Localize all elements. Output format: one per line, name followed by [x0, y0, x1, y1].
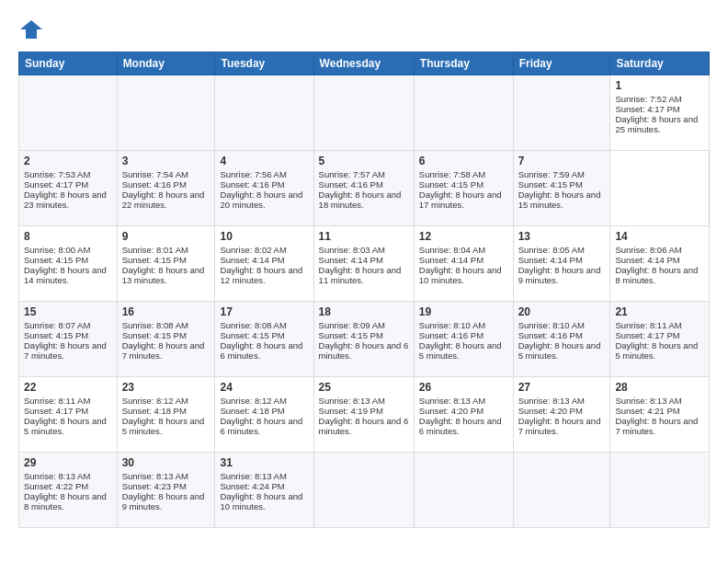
calendar-header-friday: Friday [513, 52, 610, 75]
sunrise: Sunrise: 8:06 AM [615, 245, 681, 255]
empty-cell [215, 75, 313, 151]
daylight: Daylight: 8 hours and 10 minutes. [220, 491, 302, 511]
daylight: Daylight: 8 hours and 15 minutes. [518, 190, 601, 210]
sunrise: Sunrise: 8:12 AM [220, 396, 286, 406]
day-number: 26 [419, 381, 508, 394]
daylight: Daylight: 8 hours and 5 minutes. [122, 416, 205, 436]
calendar-week-1: 1Sunrise: 7:52 AMSunset: 4:17 PMDaylight… [19, 75, 710, 151]
daylight: Daylight: 8 hours and 9 minutes. [518, 265, 601, 285]
calendar-cell-day-19: 19Sunrise: 8:10 AMSunset: 4:16 PMDayligh… [414, 302, 513, 377]
calendar-header-wednesday: Wednesday [313, 52, 414, 75]
daylight: Daylight: 8 hours and 11 minutes. [319, 265, 402, 285]
calendar-week-2: 2Sunrise: 7:53 AMSunset: 4:17 PMDaylight… [19, 151, 710, 226]
sunset: Sunset: 4:20 PM [419, 406, 483, 416]
calendar-table: SundayMondayTuesdayWednesdayThursdayFrid… [18, 52, 710, 528]
calendar-header-row: SundayMondayTuesdayWednesdayThursdayFrid… [19, 52, 710, 75]
calendar-cell-day-26: 26Sunrise: 8:13 AMSunset: 4:20 PMDayligh… [414, 377, 513, 453]
calendar-cell-day-18: 18Sunrise: 8:09 AMSunset: 4:15 PMDayligh… [313, 302, 414, 377]
calendar-cell-day-4: 4Sunrise: 7:56 AMSunset: 4:16 PMDaylight… [215, 151, 313, 226]
daylight: Daylight: 8 hours and 10 minutes. [419, 265, 502, 285]
calendar-cell-day-17: 17Sunrise: 8:08 AMSunset: 4:15 PMDayligh… [215, 302, 313, 377]
sunrise: Sunrise: 8:13 AM [615, 396, 681, 406]
empty-cell [414, 453, 513, 528]
daylight: Daylight: 8 hours and 18 minutes. [319, 190, 402, 210]
day-number: 9 [122, 230, 210, 243]
daylight: Daylight: 8 hours and 7 minutes. [24, 340, 107, 361]
day-number: 29 [24, 456, 112, 469]
daylight: Daylight: 8 hours and 17 minutes. [419, 190, 502, 210]
day-number: 4 [220, 155, 308, 167]
daylight: Daylight: 8 hours and 7 minutes. [122, 340, 205, 361]
daylight: Daylight: 8 hours and 20 minutes. [220, 190, 302, 210]
sunrise: Sunrise: 8:00 AM [24, 245, 90, 255]
day-number: 31 [220, 456, 308, 469]
sunrise: Sunrise: 8:04 AM [419, 245, 485, 255]
daylight: Daylight: 8 hours and 13 minutes. [122, 265, 205, 285]
calendar-cell-day-27: 27Sunrise: 8:13 AMSunset: 4:20 PMDayligh… [513, 377, 610, 453]
day-number: 11 [319, 230, 409, 243]
sunrise: Sunrise: 8:08 AM [122, 320, 188, 330]
day-number: 17 [220, 305, 308, 318]
calendar-week-6: 29Sunrise: 8:13 AMSunset: 4:22 PMDayligh… [19, 453, 710, 528]
calendar-cell-day-25: 25Sunrise: 8:13 AMSunset: 4:19 PMDayligh… [313, 377, 414, 453]
daylight: Daylight: 8 hours and 22 minutes. [122, 190, 205, 210]
sunrise: Sunrise: 8:03 AM [319, 245, 385, 255]
daylight: Daylight: 8 hours and 6 minutes. [220, 340, 302, 361]
calendar-cell-day-7: 7Sunrise: 7:59 AMSunset: 4:15 PMDaylight… [513, 151, 610, 226]
day-number: 18 [319, 305, 409, 318]
sunrise: Sunrise: 7:53 AM [24, 169, 90, 179]
day-number: 16 [122, 305, 210, 318]
empty-cell [117, 75, 215, 151]
sunset: Sunset: 4:22 PM [24, 481, 88, 491]
day-number: 2 [24, 155, 112, 167]
sunset: Sunset: 4:15 PM [319, 330, 383, 340]
day-number: 8 [24, 230, 112, 243]
sunrise: Sunrise: 8:02 AM [220, 245, 286, 255]
day-number: 14 [615, 230, 704, 243]
daylight: Daylight: 8 hours and 6 minutes. [220, 416, 302, 436]
sunrise: Sunrise: 8:05 AM [518, 245, 585, 255]
sunset: Sunset: 4:14 PM [615, 255, 679, 265]
sunrise: Sunrise: 7:58 AM [419, 169, 485, 179]
daylight: Daylight: 8 hours and 25 minutes. [615, 114, 698, 134]
sunset: Sunset: 4:14 PM [419, 255, 483, 265]
day-number: 5 [319, 155, 409, 167]
calendar-cell-day-14: 14Sunrise: 8:06 AMSunset: 4:14 PMDayligh… [610, 226, 710, 302]
calendar-cell-day-22: 22Sunrise: 8:11 AMSunset: 4:17 PMDayligh… [19, 377, 118, 453]
sunrise: Sunrise: 8:13 AM [319, 396, 385, 406]
calendar-cell-day-8: 8Sunrise: 8:00 AMSunset: 4:15 PMDaylight… [19, 226, 118, 302]
sunrise: Sunrise: 8:13 AM [419, 396, 485, 406]
sunset: Sunset: 4:14 PM [319, 255, 383, 265]
calendar-cell-day-13: 13Sunrise: 8:05 AMSunset: 4:14 PMDayligh… [513, 226, 610, 302]
sunset: Sunset: 4:15 PM [518, 179, 583, 190]
sunrise: Sunrise: 8:01 AM [122, 245, 188, 255]
day-number: 7 [518, 155, 606, 167]
empty-cell [313, 75, 414, 151]
sunrise: Sunrise: 8:13 AM [122, 471, 188, 481]
sunrise: Sunrise: 8:07 AM [24, 320, 90, 330]
sunset: Sunset: 4:16 PM [220, 179, 284, 190]
sunrise: Sunrise: 8:10 AM [419, 320, 485, 330]
calendar-header-thursday: Thursday [414, 52, 513, 75]
calendar-cell-day-2: 2Sunrise: 7:53 AMSunset: 4:17 PMDaylight… [19, 151, 118, 226]
sunset: Sunset: 4:15 PM [122, 330, 187, 340]
calendar-cell-day-28: 28Sunrise: 8:13 AMSunset: 4:21 PMDayligh… [610, 377, 710, 453]
day-number: 10 [220, 230, 308, 243]
calendar-cell-day-23: 23Sunrise: 8:12 AMSunset: 4:18 PMDayligh… [117, 377, 215, 453]
sunset: Sunset: 4:16 PM [319, 179, 383, 190]
daylight: Daylight: 8 hours and 7 minutes. [518, 416, 601, 436]
sunset: Sunset: 4:17 PM [615, 330, 679, 340]
day-number: 25 [319, 381, 409, 394]
sunset: Sunset: 4:24 PM [220, 481, 284, 491]
sunset: Sunset: 4:20 PM [518, 406, 583, 416]
day-number: 23 [122, 381, 210, 394]
sunrise: Sunrise: 8:09 AM [319, 320, 385, 330]
sunrise: Sunrise: 7:52 AM [615, 94, 681, 104]
calendar-cell-day-5: 5Sunrise: 7:57 AMSunset: 4:16 PMDaylight… [313, 151, 414, 226]
sunset: Sunset: 4:17 PM [24, 179, 88, 190]
empty-cell [19, 75, 118, 151]
sunset: Sunset: 4:18 PM [122, 406, 187, 416]
daylight: Daylight: 8 hours and 8 minutes. [615, 265, 698, 285]
calendar-week-3: 8Sunrise: 8:00 AMSunset: 4:15 PMDaylight… [19, 226, 710, 302]
sunrise: Sunrise: 8:08 AM [220, 320, 286, 330]
